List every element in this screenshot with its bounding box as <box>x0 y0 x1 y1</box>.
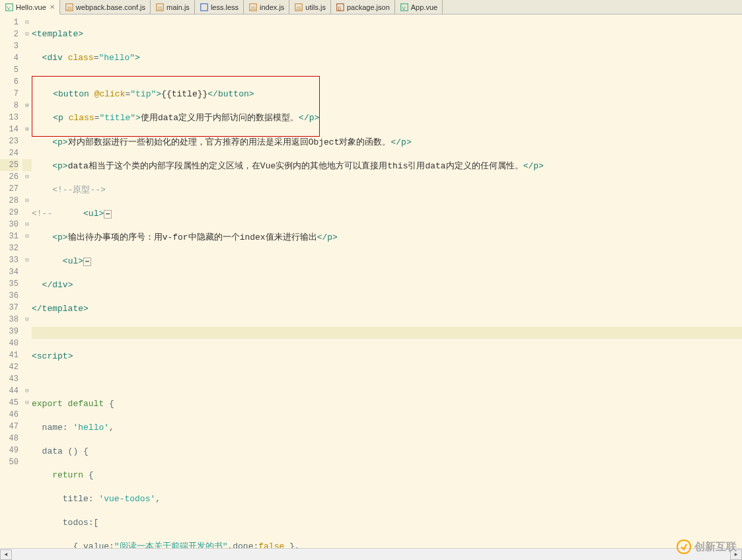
fold-indicator[interactable]: ⋯ <box>83 258 91 266</box>
code-line: <ul>⋯ <box>32 256 742 267</box>
svg-text:V: V <box>7 5 11 11</box>
code-line: </template> <box>32 303 742 315</box>
code-line: todos:[ <box>32 517 742 529</box>
line-numbers: 1234567813142324252627282930313233343536… <box>0 15 22 548</box>
tab-label: index.js <box>260 3 284 11</box>
tab-utils-js[interactable]: JSutils.js <box>289 0 331 14</box>
close-icon[interactable]: ✕ <box>50 3 55 11</box>
highlight-box: <button @click="tip">{{title}}</button> … <box>32 76 320 137</box>
tab-hello-vue[interactable]: VHello.vue✕ <box>0 0 60 15</box>
svg-text:JS: JS <box>296 5 302 10</box>
code-line-current <box>32 327 742 339</box>
scroll-left-button[interactable]: ◄ <box>0 549 12 560</box>
tab-label: less.less <box>211 3 239 11</box>
svg-text:{}: {} <box>338 5 341 11</box>
svg-text:JS: JS <box>66 5 72 10</box>
code-line <box>32 374 742 386</box>
code-line: <button @click="tip">{{title}}</button> <box>32 88 319 100</box>
code-content[interactable]: <template> <div class="hello"> <button @… <box>32 15 742 548</box>
code-line: <p>输出待办事项的序号：用v-for中隐藏的一个index值来进行输出</p> <box>32 232 742 244</box>
code-line: <!-- <ul>⋯ <box>32 208 742 220</box>
scroll-track[interactable] <box>12 549 730 560</box>
watermark-icon <box>676 539 692 555</box>
svg-rect-6 <box>201 3 208 11</box>
code-line: name: 'hello', <box>32 422 742 434</box>
code-line: title: 'vue-todos', <box>32 493 742 505</box>
watermark: 创新互联 <box>676 539 737 555</box>
code-line: data () { <box>32 446 742 458</box>
js-icon: JS <box>294 3 303 12</box>
code-line: <div class="hello"> <box>32 52 742 64</box>
tab-webpack-conf[interactable]: JSwebpack.base.conf.js <box>60 0 151 14</box>
less-icon <box>200 3 209 12</box>
json-icon: {} <box>336 3 345 12</box>
horizontal-scrollbar[interactable]: ◄ ► <box>0 548 742 560</box>
code-line: <p class="title">使用data定义用于内部访问的数据模型。</p… <box>32 112 319 124</box>
code-line: <template> <box>32 28 742 40</box>
tab-bar: VHello.vue✕ JSwebpack.base.conf.js JSmai… <box>0 0 742 15</box>
js-icon: JS <box>248 3 258 12</box>
code-line: export default { <box>32 398 742 410</box>
svg-text:JS: JS <box>250 5 256 10</box>
tab-package-json[interactable]: {}package.json <box>331 0 395 14</box>
code-line: return { <box>32 470 742 481</box>
code-line: <!--原型--> <box>32 184 742 196</box>
tab-label: App.vue <box>411 3 437 11</box>
code-line: { value:"阅读一本关于前端开发的书",done:false }, <box>32 541 742 548</box>
code-line: <p>对内部数据进行一些初始化的处理，官方推荐的用法是采用返回Object对象的… <box>32 137 742 149</box>
fold-indicator[interactable]: ⋯ <box>104 210 112 219</box>
tab-less[interactable]: less.less <box>195 0 244 14</box>
svg-text:JS: JS <box>157 5 163 10</box>
js-icon: JS <box>65 3 74 12</box>
code-line: </div> <box>32 279 742 291</box>
code-line: <p>data相当于这个类的内部字段属性的定义区域，在Vue实例内的其他地方可以… <box>32 160 742 172</box>
svg-text:V: V <box>402 5 406 11</box>
tab-main-js[interactable]: JSmain.js <box>151 0 195 14</box>
js-icon: JS <box>155 3 165 12</box>
tab-app-vue[interactable]: VApp.vue <box>395 0 443 14</box>
fold-column[interactable]: ⊟⊟⊞⊞⊟⊟⊟⊟⊟⊟⊟⊟ <box>22 15 32 548</box>
tab-label: utils.js <box>305 3 326 11</box>
tab-label: webpack.base.conf.js <box>76 3 145 11</box>
tab-label: main.js <box>167 3 190 11</box>
tab-index-js[interactable]: JSindex.js <box>244 0 289 14</box>
tab-label: package.json <box>347 3 390 11</box>
code-editor[interactable]: 1234567813142324252627282930313233343536… <box>0 15 742 548</box>
tab-label: Hello.vue <box>16 3 46 11</box>
vue-icon: V <box>400 3 409 12</box>
code-line: <script> <box>32 351 742 363</box>
vue-icon: V <box>5 3 14 12</box>
